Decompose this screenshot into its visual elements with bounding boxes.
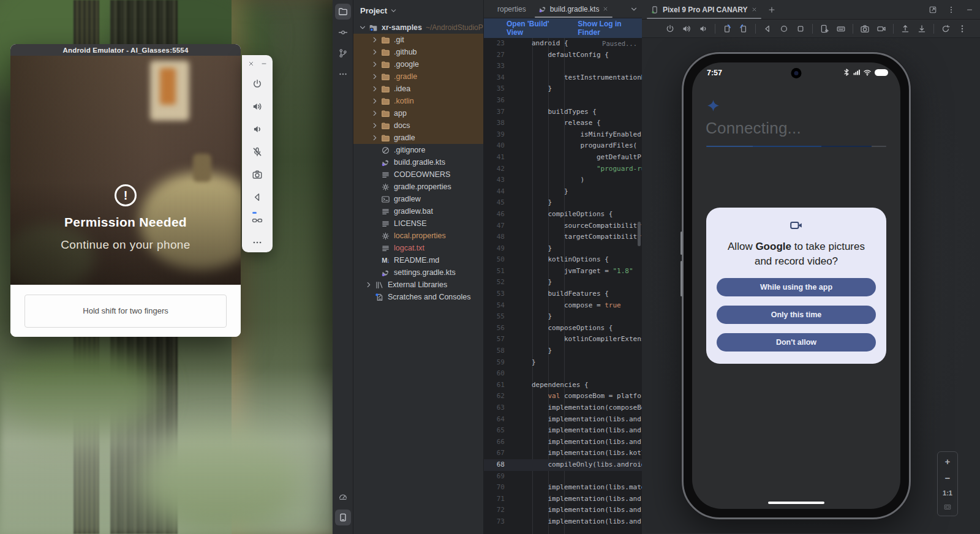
zoom-ratio-button[interactable]: 1:1 <box>943 489 952 497</box>
back-icon[interactable] <box>763 24 772 34</box>
code-line[interactable]: 51 jvmTarget = "1.8" <box>484 266 642 277</box>
chevron-right-icon[interactable] <box>371 72 379 81</box>
zoom-fit-icon[interactable] <box>943 503 952 511</box>
chevron-right-icon[interactable] <box>371 121 379 130</box>
tree-item[interactable]: .idea <box>353 83 483 95</box>
commit-tool-button[interactable] <box>335 24 351 40</box>
code-line[interactable]: 34 testInstrumentationRunner <box>484 72 642 84</box>
code-line[interactable]: 45 } <box>484 197 642 209</box>
power-icon[interactable] <box>665 24 675 34</box>
chevron-right-icon[interactable] <box>371 48 379 56</box>
dialog-button-while-using-the-app[interactable]: While using the app <box>717 278 876 296</box>
more-icon[interactable] <box>252 237 263 248</box>
show-log-link[interactable]: Show Log in Finder <box>578 20 642 37</box>
mic-off-icon[interactable] <box>252 146 263 157</box>
chevron-right-icon[interactable] <box>371 60 379 69</box>
phone-screen[interactable]: 7:57 Connecting... Allow Google to <box>692 62 900 509</box>
dialog-button-don-t-allow[interactable]: Don't allow <box>717 333 876 352</box>
device-settings-icon[interactable] <box>820 24 829 34</box>
code-line[interactable]: 35 } <box>484 83 642 95</box>
code-line[interactable]: 67 implementation(libs.kotl <box>484 448 642 459</box>
code-line[interactable]: 63 implementation(composeBo <box>484 402 642 414</box>
code-line[interactable]: 39 isMinifyEnabled <box>484 129 642 141</box>
code-line[interactable]: 40 proguardFiles( <box>484 140 642 152</box>
chevron-right-icon[interactable] <box>364 280 373 289</box>
close-icon[interactable] <box>247 60 255 67</box>
tree-item[interactable]: LICENSE <box>353 217 483 230</box>
code-line[interactable]: 47 sourceCompatibility <box>484 220 642 232</box>
code-line[interactable]: 61 dependencies { <box>484 380 642 391</box>
download-icon[interactable] <box>917 24 927 34</box>
code-line[interactable]: 69 <box>484 471 642 483</box>
minimize-icon[interactable] <box>260 60 268 67</box>
back-icon[interactable] <box>252 192 263 203</box>
emulator-titlebar[interactable]: Android Emulator - AI_Glasses:5554 <box>10 44 241 56</box>
tab-properties[interactable]: roperties <box>484 0 532 18</box>
code-line[interactable]: 62 val composeBom = platfor <box>484 391 642 402</box>
restart-icon[interactable] <box>941 24 951 34</box>
code-line[interactable]: 33 <box>484 61 642 72</box>
tree-item[interactable]: Scratches and Consoles <box>353 291 483 303</box>
code-line[interactable]: 37 buildTypes { <box>484 107 642 118</box>
volume-down-icon[interactable] <box>698 24 708 34</box>
chevron-right-icon[interactable] <box>371 97 379 105</box>
editor-scrollbar[interactable] <box>638 222 641 246</box>
code-line[interactable]: 72 implementation(libs.andr <box>484 505 642 516</box>
home-indicator[interactable] <box>768 502 824 504</box>
code-line[interactable]: 23 android {Paused... <box>484 38 642 50</box>
code-line[interactable]: 44 } <box>484 186 642 198</box>
code-line[interactable]: 58 } <box>484 345 642 357</box>
add-device-icon[interactable] <box>767 6 776 14</box>
code-line[interactable]: 60 <box>484 368 642 380</box>
tree-item[interactable]: .kotlin <box>353 95 483 107</box>
overview-icon[interactable] <box>796 24 805 34</box>
code-line[interactable]: 41 getDefaultProgua <box>484 152 642 164</box>
tree-item[interactable]: .google <box>353 58 483 70</box>
code-line[interactable]: 59 } <box>484 357 642 369</box>
zoom-out-button[interactable]: − <box>945 473 951 483</box>
glasses-icon[interactable] <box>252 214 263 225</box>
tree-item[interactable]: app <box>353 107 483 119</box>
tree-item[interactable]: .git <box>353 34 483 46</box>
open-build-view-link[interactable]: Open 'Build' View <box>507 20 564 37</box>
device-tab[interactable]: Pixel 9 Pro API CANARY <box>647 0 761 19</box>
tree-item[interactable]: CODEOWNERS <box>353 168 483 181</box>
volume-up-icon[interactable] <box>682 24 692 34</box>
code-line[interactable]: 73 implementation(libs.andr <box>484 516 642 528</box>
tree-root[interactable]: xr-samples ~/AndroidStudioProj <box>353 21 483 34</box>
tree-item[interactable]: gradle.properties <box>353 181 483 193</box>
zoom-in-button[interactable]: + <box>945 456 951 467</box>
upload-icon[interactable] <box>900 24 910 34</box>
chevron-right-icon[interactable] <box>371 134 379 142</box>
emulator-screen[interactable]: ! Permission Needed Continue on your pho… <box>10 56 241 285</box>
chevron-right-icon[interactable] <box>371 109 379 118</box>
code-line[interactable]: 71 implementation(libs.andr <box>484 494 642 505</box>
hide-panel-icon[interactable] <box>965 6 974 14</box>
code-line[interactable]: 66 implementation(libs.andr <box>484 437 642 448</box>
more-options-icon[interactable] <box>947 6 956 14</box>
tree-item[interactable]: docs <box>353 119 483 132</box>
volume-down-icon[interactable] <box>252 124 263 135</box>
code-line[interactable]: 64 implementation(libs.andr <box>484 414 642 426</box>
dialog-button-only-this-time[interactable]: Only this time <box>717 306 876 324</box>
close-tab-icon[interactable] <box>751 6 758 13</box>
code-line[interactable]: 50 kotlinOptions { <box>484 254 642 266</box>
tree-item[interactable]: logcat.txt <box>353 242 483 254</box>
tab-build-gradle[interactable]: build.gradle.kts <box>532 0 616 18</box>
code-line[interactable]: 54 compose = true <box>484 300 642 312</box>
code-line[interactable]: 43 ) <box>484 175 642 186</box>
camera-icon[interactable] <box>252 169 263 180</box>
open-in-window-icon[interactable] <box>929 6 937 14</box>
code-editor[interactable]: 23 android {Paused... 27 defaultConfig {… <box>484 38 642 534</box>
code-line[interactable]: 65 implementation(libs.andr <box>484 425 642 437</box>
tree-item[interactable]: build.gradle.kts <box>353 156 483 168</box>
tree-item[interactable]: External Libraries <box>353 279 483 291</box>
code-line[interactable]: 38 release { <box>484 118 642 129</box>
code-line[interactable]: 70 implementation(libs.mate <box>484 482 642 494</box>
project-tool-button[interactable] <box>335 4 351 20</box>
rotate-right-icon[interactable] <box>739 24 748 34</box>
tab-list-chevron-icon[interactable] <box>630 5 638 13</box>
tree-item[interactable]: gradlew <box>353 193 483 205</box>
code-line[interactable]: 49 } <box>484 243 642 255</box>
rotate-left-icon[interactable] <box>722 24 732 34</box>
